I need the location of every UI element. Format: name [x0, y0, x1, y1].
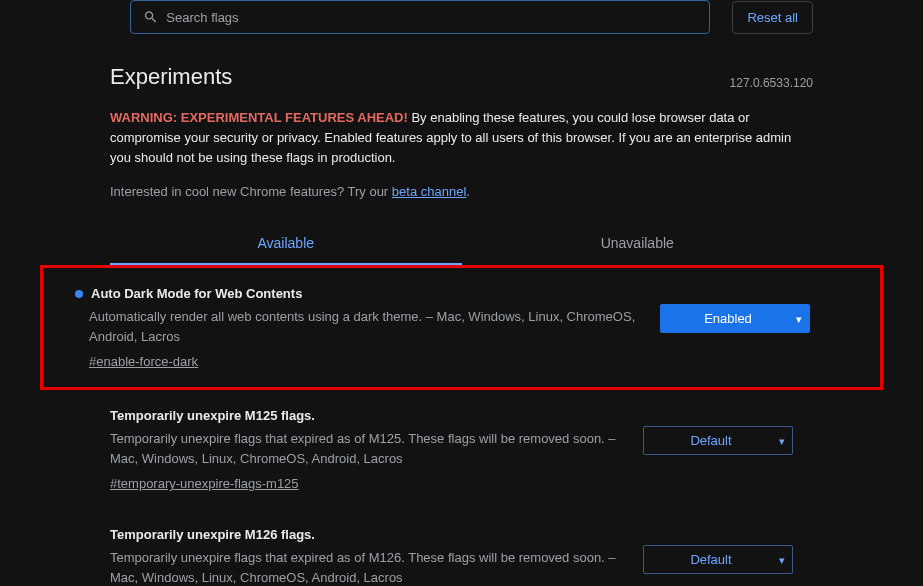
flag-title: Auto Dark Mode for Web Contents — [91, 286, 302, 301]
beta-row: Interested in cool new Chrome features? … — [110, 184, 813, 199]
warning-text: WARNING: EXPERIMENTAL FEATURES AHEAD! By… — [110, 108, 813, 168]
flag-item-temporary-unexpire-m126: Temporarily unexpire M126 flags. Tempora… — [110, 509, 813, 586]
flag-item-temporary-unexpire-m125: Temporarily unexpire M125 flags. Tempora… — [110, 390, 813, 509]
flag-item-enable-force-dark: Auto Dark Mode for Web Contents Automati… — [40, 265, 883, 390]
beta-suffix: . — [466, 184, 470, 199]
tab-unavailable[interactable]: Unavailable — [462, 223, 814, 265]
flag-list: Auto Dark Mode for Web Contents Automati… — [110, 265, 813, 586]
version-label: 127.0.6533.120 — [730, 76, 813, 90]
flag-hash-link[interactable]: #enable-force-dark — [89, 354, 198, 369]
page-title: Experiments — [110, 64, 232, 90]
flag-description: Temporarily unexpire flags that expired … — [110, 548, 623, 586]
flag-select-enable-force-dark[interactable]: Enabled — [660, 304, 810, 333]
tab-available[interactable]: Available — [110, 223, 462, 265]
beta-prefix: Interested in cool new Chrome features? … — [110, 184, 392, 199]
flag-select-temporary-unexpire-m125[interactable]: Default — [643, 426, 793, 455]
flag-title: Temporarily unexpire M125 flags. — [110, 408, 315, 423]
modified-dot-icon — [75, 290, 83, 298]
beta-channel-link[interactable]: beta channel — [392, 184, 466, 199]
search-icon — [143, 9, 158, 25]
flag-select-temporary-unexpire-m126[interactable]: Default — [643, 545, 793, 574]
flag-description: Automatically render all web contents us… — [89, 307, 640, 346]
flag-description: Temporarily unexpire flags that expired … — [110, 429, 623, 468]
tabs: Available Unavailable — [110, 223, 813, 265]
search-box[interactable] — [130, 0, 710, 34]
search-input[interactable] — [166, 10, 697, 25]
warning-prefix: WARNING: EXPERIMENTAL FEATURES AHEAD! — [110, 110, 408, 125]
flag-hash-link[interactable]: #temporary-unexpire-flags-m125 — [110, 476, 299, 491]
reset-all-button[interactable]: Reset all — [732, 1, 813, 34]
flag-title: Temporarily unexpire M126 flags. — [110, 527, 315, 542]
